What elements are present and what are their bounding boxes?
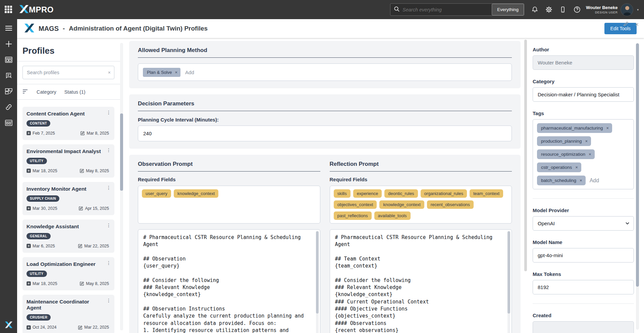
sidebar-dashboards-icon[interactable]	[5, 88, 12, 95]
agent-category-badge: UTILITY	[26, 271, 47, 277]
max-tokens-input[interactable]	[533, 280, 634, 294]
user-avatar[interactable]	[621, 3, 633, 16]
required-field-chip[interactable]: experience	[353, 189, 382, 198]
close-icon[interactable]: ×	[635, 21, 639, 28]
planning-cycle-label: Planning Cycle Interval (Minutes):	[138, 117, 512, 123]
required-field-chip[interactable]: objectives_context	[334, 200, 377, 209]
required-field-chip[interactable]: available_tools	[374, 211, 411, 220]
created-icon	[26, 169, 31, 173]
required-field-chip[interactable]: past_reflections	[334, 211, 372, 220]
agent-card[interactable]: Inventory Monitor Agent SUPPLY CHAIN Mar…	[22, 182, 114, 215]
modified-icon	[78, 325, 83, 330]
agent-card[interactable]: Content Creation Agent CONTENT Feb 7, 20…	[22, 107, 114, 140]
planning-method-input[interactable]: Plan & Solve Add	[138, 63, 512, 81]
search-clear-icon[interactable]: ×	[108, 70, 111, 75]
required-field-chip[interactable]: knowledge_context	[379, 200, 424, 209]
remove-tag-icon[interactable]	[580, 178, 582, 183]
profiles-scrollbar-thumb[interactable]	[120, 113, 123, 191]
page-title: Administration of Agent (Digital Twin) P…	[69, 25, 208, 32]
remove-tag-icon[interactable]	[575, 165, 578, 170]
user-menu[interactable]: Wouter Beneke DESIGN USER ▾	[586, 3, 639, 16]
search-scope-button[interactable]: Everything	[492, 4, 524, 15]
main-scrollbar-thumb[interactable]	[524, 40, 527, 271]
search-input[interactable]	[400, 7, 492, 12]
user-caret-down-icon[interactable]: ▾	[637, 8, 639, 11]
model-name-input[interactable]	[533, 248, 634, 263]
planning-cycle-input[interactable]	[138, 126, 512, 141]
profiles-search: ×	[22, 66, 114, 79]
agent-dates: Feb 7, 2025 Mar 8, 2025	[26, 131, 110, 136]
settings-gear-icon[interactable]	[543, 4, 554, 15]
model-provider-select[interactable]: OpenAI	[533, 216, 634, 231]
app-launcher-icon[interactable]	[5, 6, 13, 14]
reflection-prompt-textarea[interactable]: # Pharmaceutical CSTR Resource Planning …	[330, 229, 512, 333]
sidebar-data-streams-icon[interactable]	[5, 56, 12, 63]
sidebar-add-icon[interactable]	[5, 40, 12, 48]
category-input[interactable]	[533, 87, 634, 102]
notifications-bell-icon[interactable]	[529, 4, 540, 15]
profiles-filters: Category Status (1)	[22, 84, 123, 99]
created-date: Oct 24, 2024	[26, 325, 57, 330]
filter-status[interactable]: Status (1)	[64, 89, 86, 95]
remove-tag-icon[interactable]	[585, 139, 588, 144]
remove-tag-icon[interactable]	[606, 126, 609, 131]
reflection-required-fields-label: Required Fields	[330, 177, 512, 182]
edit-pencil-icon[interactable]	[623, 21, 629, 28]
details-scrollbar-thumb[interactable]	[636, 43, 639, 287]
required-field-chip[interactable]: knowledge_context	[174, 189, 218, 198]
sidebar-cards-icon[interactable]	[5, 119, 12, 127]
kebab-menu-icon[interactable]	[106, 223, 111, 228]
kebab-menu-icon[interactable]	[106, 298, 111, 303]
agent-name: Environmental Impact Analyst	[26, 148, 110, 155]
xmpro-logo[interactable]: MPRO	[19, 5, 54, 14]
agent-category-badge: GENERAL	[26, 233, 51, 239]
planning-method-add-placeholder[interactable]: Add	[185, 69, 194, 75]
filter-category[interactable]: Category	[37, 89, 56, 95]
observation-scrollbar-thumb[interactable]	[316, 231, 319, 314]
profiles-search-input[interactable]	[27, 70, 108, 75]
search-icon	[394, 6, 400, 13]
tag-chip: resource_optimization	[537, 149, 595, 159]
agent-card[interactable]: Maintenance Coordinator Agent CRUSHER Oc…	[22, 295, 114, 333]
sidebar-menu-icon[interactable]	[5, 25, 12, 32]
kebab-menu-icon[interactable]	[106, 147, 111, 153]
model-provider-label: Model Provider	[533, 207, 634, 213]
agent-category-badge: CRUSHER	[26, 314, 51, 321]
required-field-chip[interactable]: recent_observations	[427, 200, 474, 209]
sidebar-connections-link-icon[interactable]	[5, 103, 12, 111]
divider	[17, 61, 123, 61]
required-field-chip[interactable]: team_context	[470, 189, 503, 198]
agent-card[interactable]: Knowledge Assistant GENERAL Mar 6, 2025	[22, 220, 114, 253]
modified-date: May 8, 2025	[80, 281, 109, 286]
created-date: Mar 30, 2025	[26, 206, 57, 211]
kebab-menu-icon[interactable]	[106, 110, 111, 115]
reflection-scrollbar-thumb[interactable]	[507, 231, 510, 314]
observation-prompt-textarea[interactable]: # Pharmaceutical CSTR Resource Planning …	[138, 229, 320, 333]
required-field-chip[interactable]: skills	[334, 189, 351, 198]
user-names: Wouter Beneke DESIGN USER	[586, 5, 618, 14]
agent-category-badge: CONTENT	[26, 120, 50, 127]
mobile-device-icon[interactable]	[557, 4, 569, 15]
filter-icon[interactable]	[22, 89, 29, 95]
planning-method-chip: Plan & Solve	[143, 68, 180, 77]
observation-required-fields-label: Required Fields	[138, 177, 320, 182]
tags-add-placeholder[interactable]: Add	[589, 178, 599, 184]
kebab-menu-icon[interactable]	[106, 260, 111, 266]
required-field-chip[interactable]: deontic_rules	[384, 189, 418, 198]
created-date: Feb 7, 2025	[26, 131, 55, 136]
remove-chip-icon[interactable]	[175, 70, 177, 75]
edit-tools-button[interactable]: Edit Tools	[604, 23, 637, 34]
help-icon[interactable]	[571, 4, 583, 15]
tags-input[interactable]: pharmaceutical_manufacturing production_…	[533, 119, 634, 189]
agent-card[interactable]: Load Optimization Engineer UTILITY Mar 1…	[22, 257, 114, 290]
sidebar-xmpro-x-logo[interactable]	[5, 321, 12, 328]
remove-tag-icon[interactable]	[589, 152, 591, 157]
main-content: Allowed Planning Method Plan & Solve	[123, 38, 530, 333]
kebab-menu-icon[interactable]	[106, 185, 111, 190]
modified-icon	[79, 206, 83, 210]
required-field-chip[interactable]: organizational_rules	[421, 189, 467, 198]
agent-name: Maintenance Coordinator Agent	[26, 299, 110, 312]
sidebar-app-designer-icon[interactable]	[5, 72, 12, 79]
agent-card[interactable]: Environmental Impact Analyst UTILITY Mar…	[22, 144, 114, 178]
required-field-chip[interactable]: user_query	[142, 189, 171, 198]
